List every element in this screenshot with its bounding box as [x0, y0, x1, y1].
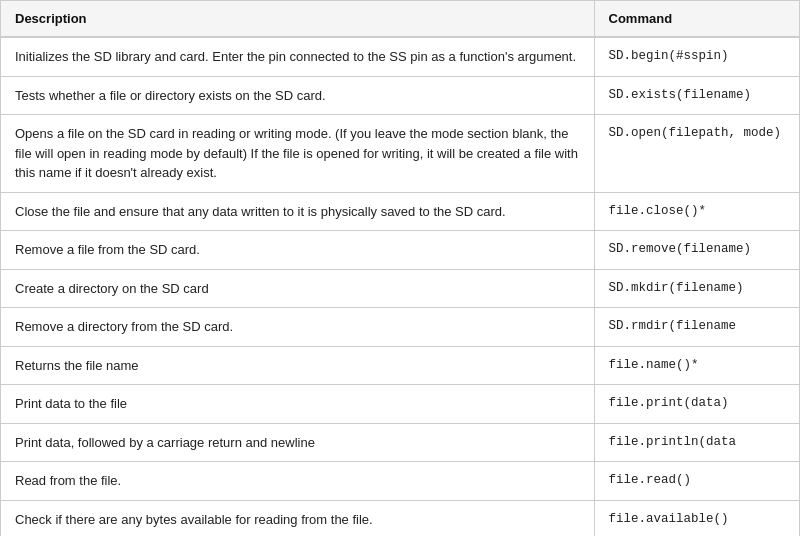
command-cell: SD.exists(filename)	[594, 76, 799, 115]
table-row: Close the file and ensure that any data …	[1, 192, 799, 231]
description-cell: Create a directory on the SD card	[1, 269, 594, 308]
description-header: Description	[1, 1, 594, 37]
table-row: Read from the file.file.read()	[1, 462, 799, 501]
description-cell: Initializes the SD library and card. Ent…	[1, 37, 594, 76]
table-row: Remove a file from the SD card.SD.remove…	[1, 231, 799, 270]
command-cell: file.read()	[594, 462, 799, 501]
description-cell: Close the file and ensure that any data …	[1, 192, 594, 231]
command-cell: SD.begin(#sspin)	[594, 37, 799, 76]
table-row: Initializes the SD library and card. Ent…	[1, 37, 799, 76]
description-cell: Opens a file on the SD card in reading o…	[1, 115, 594, 193]
command-cell: file.close()*	[594, 192, 799, 231]
table-row: Remove a directory from the SD card.SD.r…	[1, 308, 799, 347]
description-cell: Tests whether a file or directory exists…	[1, 76, 594, 115]
table-header-row: Description Command	[1, 1, 799, 37]
command-cell: SD.open(filepath, mode)	[594, 115, 799, 193]
description-cell: Print data, followed by a carriage retur…	[1, 423, 594, 462]
command-header: Command	[594, 1, 799, 37]
table-row: Print data to the filefile.print(data)	[1, 385, 799, 424]
description-cell: Returns the file name	[1, 346, 594, 385]
table-row: Check if there are any bytes available f…	[1, 500, 799, 536]
command-cell: file.available()	[594, 500, 799, 536]
description-cell: Remove a directory from the SD card.	[1, 308, 594, 347]
sd-commands-table: Description Command Initializes the SD l…	[0, 0, 800, 536]
table-body: Initializes the SD library and card. Ent…	[1, 37, 799, 536]
table-row: Tests whether a file or directory exists…	[1, 76, 799, 115]
command-cell: SD.mkdir(filename)	[594, 269, 799, 308]
description-cell: Check if there are any bytes available f…	[1, 500, 594, 536]
command-cell: SD.remove(filename)	[594, 231, 799, 270]
table-row: Print data, followed by a carriage retur…	[1, 423, 799, 462]
command-cell: file.name()*	[594, 346, 799, 385]
command-cell: SD.rmdir(filename	[594, 308, 799, 347]
command-cell: file.print(data)	[594, 385, 799, 424]
table-row: Opens a file on the SD card in reading o…	[1, 115, 799, 193]
description-cell: Read from the file.	[1, 462, 594, 501]
table-row: Create a directory on the SD cardSD.mkdi…	[1, 269, 799, 308]
description-cell: Remove a file from the SD card.	[1, 231, 594, 270]
table-row: Returns the file namefile.name()*	[1, 346, 799, 385]
command-cell: file.println(data	[594, 423, 799, 462]
description-cell: Print data to the file	[1, 385, 594, 424]
